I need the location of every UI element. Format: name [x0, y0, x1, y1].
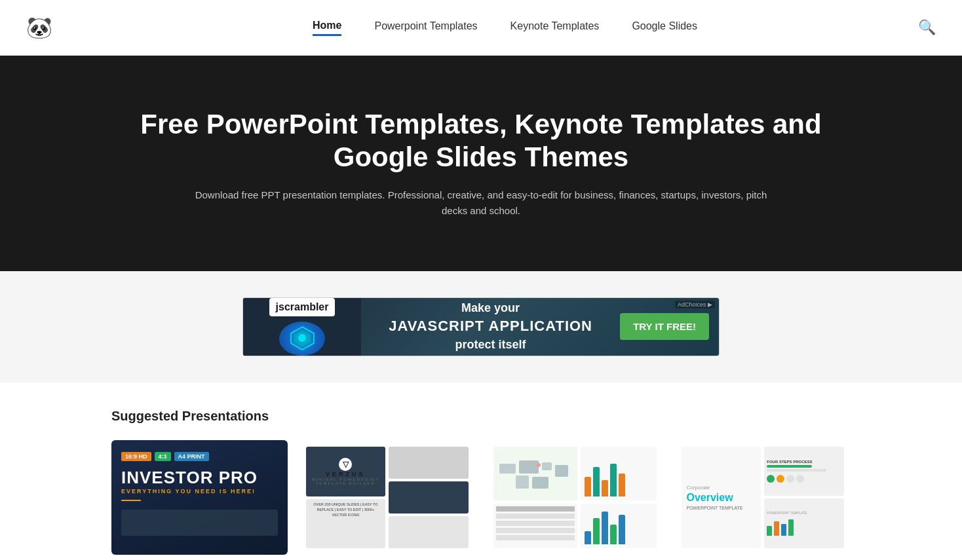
investor-mockup — [121, 510, 278, 536]
corp-side-bar-2 — [767, 469, 826, 472]
corp-title-large: Overview — [687, 492, 756, 504]
ad-cta-button[interactable]: TRY IT FREE! — [620, 313, 709, 340]
corp-side-box-1: FOUR STEPS PROCESS — [764, 447, 844, 496]
verzus-v-logo: ▽ — [339, 458, 352, 471]
corp-title-small: Corporate — [687, 485, 756, 491]
step-dot-3 — [786, 475, 794, 483]
svg-rect-8 — [532, 477, 548, 489]
step-dot-4 — [796, 475, 804, 483]
badge-a4: A4 PRINT — [174, 452, 209, 461]
ad-logo-image — [279, 322, 325, 356]
table-header — [496, 506, 575, 512]
chart-bar-2 — [581, 504, 657, 548]
mini-bar-2 — [774, 521, 779, 536]
mini-bar-4 — [788, 519, 794, 536]
corp-side-title-1: FOUR STEPS PROCESS — [767, 460, 841, 464]
bar-3 — [602, 480, 608, 496]
nav-powerpoint[interactable]: Powerpoint Templates — [374, 20, 477, 35]
hero-section: Free PowerPoint Templates, Keynote Templ… — [0, 56, 962, 271]
ad-text-section: Make your JAVASCRIPT APPLICATION protect… — [361, 300, 620, 353]
corp-step-dots — [767, 475, 841, 483]
verzus-brand: VERZUS — [326, 471, 366, 477]
svg-rect-5 — [542, 462, 552, 470]
corp-side-panel: FOUR STEPS PROCESS POWERPOINT TEMPLATE — [764, 447, 844, 548]
verzus-desc-panel: OVER 200 UNIQUE SLIDES | EASY TO REPLACE… — [306, 499, 386, 548]
investor-line — [121, 500, 141, 501]
suggestions-section: Suggested Presentations 16:9 HD 4:3 A4 P… — [0, 383, 962, 560]
corp-side-box-2: POWERPOINT TEMPLATE — [764, 498, 844, 548]
card-corporate-overview[interactable]: Corporate Overview POWERPOINT TEMPLATE F… — [675, 440, 851, 555]
verzus-inner: ▽ VERZUS MINIMAL POWERPOINT TEMPLATE BUI… — [306, 447, 469, 548]
verzus-left: ▽ VERZUS MINIMAL POWERPOINT TEMPLATE BUI… — [306, 447, 386, 548]
chart-map — [493, 447, 577, 501]
corp-subtitle: POWERPOINT TEMPLATE — [687, 506, 756, 510]
chart-bar-1 — [581, 447, 657, 501]
ad-main-text: Make your JAVASCRIPT APPLICATION protect… — [389, 300, 592, 353]
card-investor-pro[interactable]: 16:9 HD 4:3 A4 PRINT INVESTOR PRO EVERYT… — [111, 440, 288, 555]
hero-subtitle: Download free PPT presentation templates… — [186, 187, 776, 219]
svg-point-9 — [537, 463, 541, 467]
bar-1 — [585, 477, 591, 496]
nav-keynote[interactable]: Keynote Templates — [510, 20, 600, 35]
corp-side-bar-1 — [767, 465, 811, 468]
badge-16-9: 16:9 HD — [121, 452, 151, 461]
table-row-4 — [496, 535, 575, 540]
navbar: 🐼 Home Powerpoint Templates Keynote Temp… — [0, 0, 962, 56]
search-icon[interactable]: 🔍 — [918, 19, 936, 36]
mini-bar-1 — [767, 526, 772, 536]
verzus-dark-panel: ▽ VERZUS MINIMAL POWERPOINT TEMPLATE BUI… — [306, 447, 386, 497]
bar-chart — [585, 464, 653, 496]
verzus-dark-box-2 — [389, 481, 469, 513]
suggestions-title: Suggested Presentations — [111, 409, 851, 424]
bar-5 — [619, 474, 625, 496]
bar-b5 — [619, 515, 625, 544]
table-row-2 — [496, 521, 575, 526]
ad-sub-text: JAVASCRIPT APPLICATION — [389, 318, 592, 334]
table-row-1 — [496, 513, 575, 519]
nav-home[interactable]: Home — [313, 20, 341, 36]
ad-banner[interactable]: AdChoices ▶ jscrambler Make your JAVASCR… — [242, 297, 720, 356]
ad-choices-label: AdChoices ▶ — [675, 301, 715, 308]
step-dot-2 — [777, 475, 784, 483]
bar-2 — [593, 467, 600, 496]
charts-grid — [493, 447, 657, 548]
nav-google[interactable]: Google Slides — [632, 20, 697, 35]
svg-rect-6 — [555, 465, 568, 477]
ad-logo-section: jscrambler — [243, 298, 361, 356]
card-charts[interactable] — [487, 440, 663, 555]
card-badges: 16:9 HD 4:3 A4 PRINT — [121, 452, 278, 461]
corp-side-label-2: POWERPOINT TEMPLATE — [767, 511, 841, 515]
corp-main-panel: Corporate Overview POWERPOINT TEMPLATE — [682, 447, 761, 548]
bar-b1 — [585, 531, 591, 544]
mini-bar-3 — [781, 524, 786, 536]
bar-4 — [610, 464, 617, 496]
svg-rect-3 — [499, 464, 516, 474]
svg-rect-7 — [516, 476, 529, 489]
corp-mini-bars — [767, 516, 841, 536]
ad-section: AdChoices ▶ jscrambler Make your JAVASCR… — [0, 271, 962, 383]
site-logo: 🐼 — [26, 15, 52, 40]
nav-links: Home Powerpoint Templates Keynote Templa… — [92, 20, 918, 36]
corp-grid: Corporate Overview POWERPOINT TEMPLATE F… — [682, 447, 845, 548]
svg-rect-4 — [519, 460, 539, 474]
bar-chart-2 — [585, 512, 653, 544]
step-dot-1 — [767, 475, 775, 483]
card-verzus[interactable]: ▽ VERZUS MINIMAL POWERPOINT TEMPLATE BUI… — [299, 440, 476, 555]
bar-b4 — [610, 525, 617, 544]
verzus-right — [389, 447, 469, 548]
chart-table — [493, 504, 577, 548]
hero-title: Free PowerPoint Templates, Keynote Templ… — [131, 108, 831, 174]
verzus-builder: TEMPLATE BUILDER — [316, 481, 375, 485]
bar-b3 — [602, 512, 608, 544]
verzus-gray-box-3 — [389, 516, 469, 548]
bar-b2 — [593, 518, 600, 544]
table-row-3 — [496, 528, 575, 533]
ad-logo-text: jscrambler — [269, 298, 336, 316]
cards-grid: 16:9 HD 4:3 A4 PRINT INVESTOR PRO EVERYT… — [111, 440, 851, 555]
svg-point-2 — [298, 334, 306, 342]
verzus-gray-box-1 — [389, 447, 469, 479]
investor-pro-title: INVESTOR PRO — [121, 468, 278, 488]
investor-pro-subtitle: EVERYTHING YOU NEED IS HERE! — [121, 488, 278, 495]
badge-4-3: 4:3 — [155, 452, 171, 461]
verzus-desc-text: OVER 200 UNIQUE SLIDES | EASY TO REPLACE… — [309, 502, 383, 517]
